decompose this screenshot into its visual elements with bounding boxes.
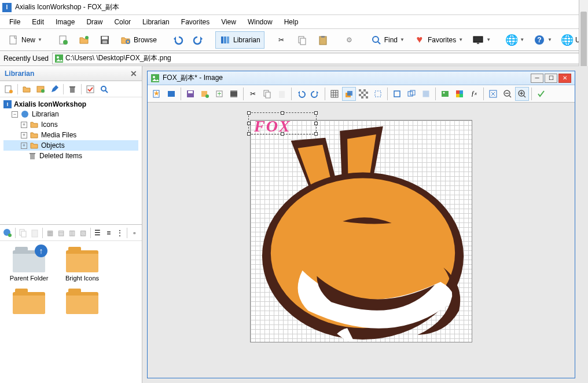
tree-item-objects[interactable]: + Objects	[3, 140, 138, 151]
selection-handle[interactable]	[314, 122, 318, 125]
doc-tb-color[interactable]	[453, 87, 466, 101]
doc-tb-sel1[interactable]	[390, 87, 404, 101]
fb-sort-button[interactable]: ▫	[130, 227, 139, 239]
gear-button[interactable]: ⚙	[340, 31, 359, 49]
edit-button[interactable]	[48, 83, 61, 96]
screen-button[interactable]: ▼	[468, 31, 495, 49]
editor-canvas[interactable]: FOX	[250, 120, 472, 342]
selection-handle[interactable]	[247, 111, 251, 115]
open-folder-button[interactable]	[74, 31, 94, 49]
doc-tb-film[interactable]	[227, 87, 241, 101]
fb-copy-button[interactable]	[18, 227, 28, 239]
menu-color[interactable]: Color	[109, 17, 135, 27]
favorites-button[interactable]: ♥ Favorites ▼	[410, 31, 467, 49]
maximize-button[interactable]: ☐	[545, 74, 557, 83]
tree-collapse-icon[interactable]: −	[12, 111, 18, 118]
new-doc-button[interactable]	[53, 31, 73, 49]
menu-favorites[interactable]: Favorites	[177, 17, 214, 27]
tree-expand-icon[interactable]: +	[21, 122, 27, 128]
doc-tb-checker[interactable]	[357, 87, 370, 101]
minimize-button[interactable]: ─	[531, 74, 543, 83]
file-item[interactable]	[59, 289, 105, 316]
fb-paste-button[interactable]	[30, 227, 40, 239]
fb-view-2[interactable]: ≡	[104, 227, 113, 239]
menu-help[interactable]: Help	[280, 17, 303, 27]
selection-handle[interactable]	[247, 122, 251, 125]
fb-btn-3[interactable]: ▥	[67, 227, 77, 239]
doc-tb-grid[interactable]	[328, 87, 341, 101]
selection-handle[interactable]	[314, 111, 318, 115]
undo-button[interactable]	[168, 31, 188, 49]
tree-item-media[interactable]: + Media Files	[3, 130, 138, 140]
tree-item-deleted[interactable]: Deleted Items	[3, 151, 138, 161]
doc-tb-img[interactable]	[438, 87, 452, 101]
redo-button[interactable]	[189, 31, 208, 49]
doc-tb-marquee[interactable]	[371, 87, 385, 101]
doc-tb-add[interactable]: +	[212, 87, 226, 101]
search-lib-button[interactable]	[98, 83, 111, 96]
close-button[interactable]: ✕	[558, 74, 571, 83]
doc-tb-save[interactable]	[183, 87, 197, 101]
selection-handle[interactable]	[247, 132, 251, 136]
tree-item-librarian[interactable]: − Librarian	[3, 109, 138, 119]
browse-button[interactable]: Browse	[116, 31, 161, 49]
help-button[interactable]: ?▼	[530, 31, 556, 49]
doc-tb-new[interactable]: ★	[150, 87, 164, 101]
copy-button[interactable]	[292, 31, 312, 49]
selection-handle[interactable]	[314, 132, 318, 136]
menu-edit[interactable]: Edit	[27, 17, 49, 27]
delete-button[interactable]	[66, 83, 79, 96]
librarian-button[interactable]: Librarian	[215, 31, 264, 49]
menu-image[interactable]: Image	[51, 17, 79, 27]
tree-expand-icon[interactable]: +	[21, 132, 27, 138]
doc-tb-export[interactable]	[198, 87, 212, 101]
doc-tb-open[interactable]	[164, 87, 178, 101]
menu-librarian[interactable]: Librarian	[138, 17, 174, 27]
globe-button[interactable]: 🌐▼	[502, 31, 528, 49]
tree-item-icons[interactable]: + Icons	[3, 119, 138, 130]
doc-tb-sel2[interactable]	[405, 87, 418, 101]
doc-tb-zoomout[interactable]	[501, 87, 514, 101]
globe-new-button[interactable]	[2, 227, 13, 239]
doc-tb-copy[interactable]	[260, 87, 274, 101]
doc-tb-sel3[interactable]	[419, 87, 433, 101]
file-item-bright-icons[interactable]: Bright Icons	[59, 247, 105, 282]
menu-view[interactable]: View	[216, 17, 241, 27]
fb-btn-2[interactable]: ▤	[56, 227, 66, 239]
lib-item-button[interactable]	[34, 83, 47, 96]
find-button[interactable]: Find ▼	[366, 31, 409, 49]
tree-root[interactable]: I Axialis IconWorkshop	[3, 100, 138, 109]
doc-tb-cut[interactable]: ✂	[246, 87, 260, 101]
doc-tb-check[interactable]	[534, 87, 548, 101]
fb-btn-1[interactable]: ▦	[45, 227, 55, 239]
paste-button[interactable]	[313, 31, 333, 49]
save-button[interactable]	[95, 31, 115, 49]
fb-view-1[interactable]: ☰	[93, 227, 102, 239]
watermark-text[interactable]: FOX	[254, 117, 291, 136]
menu-file[interactable]: File	[5, 17, 25, 27]
new-item-button[interactable]	[2, 83, 15, 96]
fb-btn-4[interactable]: ▧	[78, 227, 88, 239]
canvas-area[interactable]: FOX	[148, 103, 575, 378]
doc-tb-undo[interactable]	[294, 87, 308, 101]
new-button[interactable]: New ▼	[3, 31, 46, 49]
file-item[interactable]	[6, 289, 52, 316]
doc-tb-paste[interactable]	[275, 87, 289, 101]
panel-close-button[interactable]: ✕	[130, 69, 137, 78]
check-button[interactable]	[84, 83, 97, 96]
menu-draw[interactable]: Draw	[82, 17, 107, 27]
cut-button[interactable]: ✂	[271, 31, 291, 49]
doc-tb-redo[interactable]	[308, 87, 322, 101]
file-item-parent[interactable]: ↑ Parent Folder	[6, 247, 52, 282]
doc-tb-fx[interactable]: ƒx	[467, 87, 481, 101]
path-input[interactable]: C:\Users\ \Desktop\FOX_副本.png	[52, 53, 585, 64]
open-lib-button[interactable]	[20, 83, 33, 96]
selection-handle[interactable]	[281, 111, 284, 115]
doc-tb-layers[interactable]	[342, 87, 356, 101]
document-titlebar[interactable]: FOX_副本* - Image ─ ☐ ✕	[148, 71, 575, 85]
fb-view-3[interactable]: ⋮	[115, 227, 124, 239]
doc-tb-zoomfit[interactable]	[486, 87, 500, 101]
doc-tb-zoomin[interactable]	[515, 87, 529, 101]
menu-window[interactable]: Window	[243, 17, 277, 27]
tree-expand-icon[interactable]: +	[21, 143, 27, 149]
